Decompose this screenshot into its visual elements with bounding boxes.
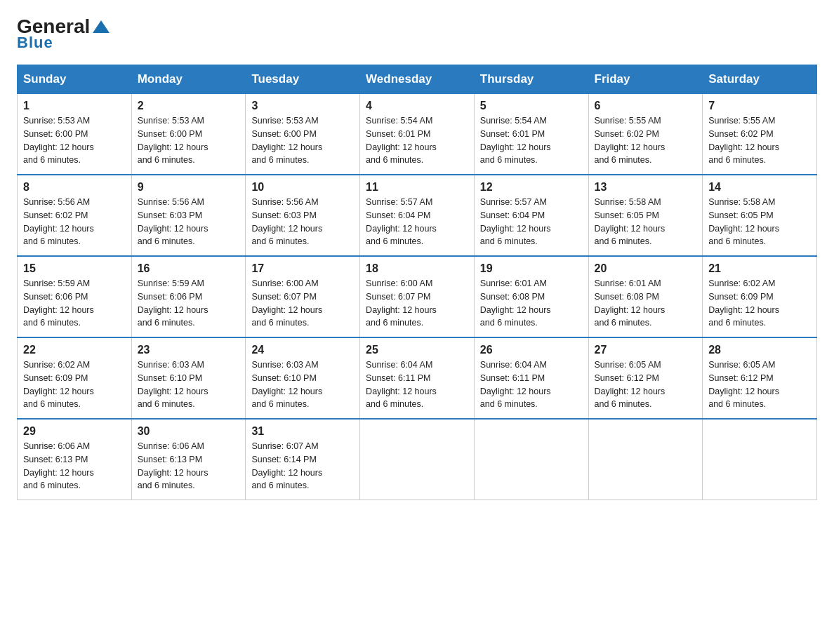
calendar-day-cell: 2 Sunrise: 5:53 AMSunset: 6:00 PMDayligh… xyxy=(131,94,246,175)
day-number: 29 xyxy=(23,425,126,438)
calendar-day-cell: 11 Sunrise: 5:57 AMSunset: 6:04 PMDaylig… xyxy=(360,175,475,256)
calendar-day-cell: 13 Sunrise: 5:58 AMSunset: 6:05 PMDaylig… xyxy=(588,175,703,256)
page-header: General Blue xyxy=(17,17,817,52)
calendar-day-cell: 18 Sunrise: 6:00 AMSunset: 6:07 PMDaylig… xyxy=(360,256,475,337)
day-info: Sunrise: 5:56 AMSunset: 6:03 PMDaylight:… xyxy=(138,196,240,248)
day-number: 10 xyxy=(251,181,354,194)
day-info: Sunrise: 5:55 AMSunset: 6:02 PMDaylight:… xyxy=(595,114,697,167)
calendar-day-cell: 6 Sunrise: 5:55 AMSunset: 6:02 PMDayligh… xyxy=(588,94,703,175)
calendar-day-cell xyxy=(588,419,703,500)
calendar-day-cell: 26 Sunrise: 6:04 AMSunset: 6:11 PMDaylig… xyxy=(474,337,588,419)
day-of-week-header: Thursday xyxy=(474,65,588,94)
calendar-day-cell: 1 Sunrise: 5:53 AMSunset: 6:00 PMDayligh… xyxy=(18,94,132,175)
day-number: 12 xyxy=(480,181,583,194)
day-number: 4 xyxy=(366,100,468,112)
calendar-day-cell: 25 Sunrise: 6:04 AMSunset: 6:11 PMDaylig… xyxy=(360,337,475,419)
calendar-table: SundayMondayTuesdayWednesdayThursdayFrid… xyxy=(17,65,817,500)
calendar-day-cell: 28 Sunrise: 6:05 AMSunset: 6:12 PMDaylig… xyxy=(703,337,817,419)
day-info: Sunrise: 5:57 AMSunset: 6:04 PMDaylight:… xyxy=(480,196,583,248)
day-info: Sunrise: 5:56 AMSunset: 6:03 PMDaylight:… xyxy=(251,196,354,248)
calendar-day-cell: 4 Sunrise: 5:54 AMSunset: 6:01 PMDayligh… xyxy=(360,94,475,175)
day-number: 8 xyxy=(23,181,126,194)
day-number: 5 xyxy=(480,100,583,112)
calendar-day-cell: 5 Sunrise: 5:54 AMSunset: 6:01 PMDayligh… xyxy=(474,94,588,175)
day-number: 27 xyxy=(595,344,697,356)
day-of-week-header: Wednesday xyxy=(360,65,475,94)
calendar-week-row: 8 Sunrise: 5:56 AMSunset: 6:02 PMDayligh… xyxy=(18,175,817,256)
day-info: Sunrise: 6:06 AMSunset: 6:13 PMDaylight:… xyxy=(138,440,240,492)
calendar-day-cell: 8 Sunrise: 5:56 AMSunset: 6:02 PMDayligh… xyxy=(18,175,132,256)
calendar-day-cell: 3 Sunrise: 5:53 AMSunset: 6:00 PMDayligh… xyxy=(246,94,360,175)
calendar-day-cell xyxy=(474,419,588,500)
day-info: Sunrise: 6:04 AMSunset: 6:11 PMDaylight:… xyxy=(366,358,468,411)
day-info: Sunrise: 6:03 AMSunset: 6:10 PMDaylight:… xyxy=(138,358,240,411)
day-info: Sunrise: 5:59 AMSunset: 6:06 PMDaylight:… xyxy=(138,277,240,330)
calendar-header-row: SundayMondayTuesdayWednesdayThursdayFrid… xyxy=(18,65,817,94)
logo-triangle-icon xyxy=(91,19,111,34)
calendar-week-row: 15 Sunrise: 5:59 AMSunset: 6:06 PMDaylig… xyxy=(18,256,817,337)
day-number: 16 xyxy=(138,262,240,275)
day-info: Sunrise: 5:53 AMSunset: 6:00 PMDaylight:… xyxy=(251,114,354,167)
day-info: Sunrise: 6:04 AMSunset: 6:11 PMDaylight:… xyxy=(480,358,583,411)
day-info: Sunrise: 6:03 AMSunset: 6:10 PMDaylight:… xyxy=(251,358,354,411)
calendar-day-cell xyxy=(360,419,475,500)
calendar-day-cell: 20 Sunrise: 6:01 AMSunset: 6:08 PMDaylig… xyxy=(588,256,703,337)
day-of-week-header: Friday xyxy=(588,65,703,94)
day-info: Sunrise: 5:55 AMSunset: 6:02 PMDaylight:… xyxy=(708,114,811,167)
day-info: Sunrise: 5:58 AMSunset: 6:05 PMDaylight:… xyxy=(708,196,811,248)
calendar-week-row: 29 Sunrise: 6:06 AMSunset: 6:13 PMDaylig… xyxy=(18,419,817,500)
day-number: 24 xyxy=(251,344,354,356)
calendar-day-cell: 31 Sunrise: 6:07 AMSunset: 6:14 PMDaylig… xyxy=(246,419,360,500)
calendar-day-cell: 19 Sunrise: 6:01 AMSunset: 6:08 PMDaylig… xyxy=(474,256,588,337)
calendar-day-cell: 21 Sunrise: 6:02 AMSunset: 6:09 PMDaylig… xyxy=(703,256,817,337)
calendar-day-cell xyxy=(703,419,817,500)
calendar-day-cell: 29 Sunrise: 6:06 AMSunset: 6:13 PMDaylig… xyxy=(18,419,132,500)
calendar-day-cell: 9 Sunrise: 5:56 AMSunset: 6:03 PMDayligh… xyxy=(131,175,246,256)
day-number: 9 xyxy=(138,181,240,194)
day-number: 19 xyxy=(480,262,583,275)
day-number: 1 xyxy=(23,100,126,112)
day-number: 25 xyxy=(366,344,468,356)
day-info: Sunrise: 6:00 AMSunset: 6:07 PMDaylight:… xyxy=(366,277,468,330)
day-info: Sunrise: 6:01 AMSunset: 6:08 PMDaylight:… xyxy=(595,277,697,330)
day-info: Sunrise: 5:58 AMSunset: 6:05 PMDaylight:… xyxy=(595,196,697,248)
logo: General Blue xyxy=(17,17,111,52)
day-of-week-header: Tuesday xyxy=(246,65,360,94)
day-number: 18 xyxy=(366,262,468,275)
calendar-week-row: 22 Sunrise: 6:02 AMSunset: 6:09 PMDaylig… xyxy=(18,337,817,419)
calendar-day-cell: 17 Sunrise: 6:00 AMSunset: 6:07 PMDaylig… xyxy=(246,256,360,337)
day-info: Sunrise: 5:54 AMSunset: 6:01 PMDaylight:… xyxy=(366,114,468,167)
day-number: 15 xyxy=(23,262,126,275)
day-number: 3 xyxy=(251,100,354,112)
day-info: Sunrise: 6:01 AMSunset: 6:08 PMDaylight:… xyxy=(480,277,583,330)
calendar-day-cell: 30 Sunrise: 6:06 AMSunset: 6:13 PMDaylig… xyxy=(131,419,246,500)
day-info: Sunrise: 5:53 AMSunset: 6:00 PMDaylight:… xyxy=(138,114,240,167)
day-number: 17 xyxy=(251,262,354,275)
day-number: 14 xyxy=(708,181,811,194)
day-number: 31 xyxy=(251,425,354,438)
calendar-day-cell: 24 Sunrise: 6:03 AMSunset: 6:10 PMDaylig… xyxy=(246,337,360,419)
day-number: 11 xyxy=(366,181,468,194)
day-info: Sunrise: 6:06 AMSunset: 6:13 PMDaylight:… xyxy=(23,440,126,492)
day-info: Sunrise: 5:59 AMSunset: 6:06 PMDaylight:… xyxy=(23,277,126,330)
day-number: 28 xyxy=(708,344,811,356)
day-info: Sunrise: 6:00 AMSunset: 6:07 PMDaylight:… xyxy=(251,277,354,330)
day-number: 7 xyxy=(708,100,811,112)
day-of-week-header: Sunday xyxy=(18,65,132,94)
day-number: 20 xyxy=(595,262,697,275)
calendar-day-cell: 27 Sunrise: 6:05 AMSunset: 6:12 PMDaylig… xyxy=(588,337,703,419)
day-info: Sunrise: 5:54 AMSunset: 6:01 PMDaylight:… xyxy=(480,114,583,167)
day-of-week-header: Monday xyxy=(131,65,246,94)
day-number: 22 xyxy=(23,344,126,356)
svg-marker-0 xyxy=(93,20,110,33)
day-number: 21 xyxy=(708,262,811,275)
calendar-day-cell: 15 Sunrise: 5:59 AMSunset: 6:06 PMDaylig… xyxy=(18,256,132,337)
calendar-day-cell: 7 Sunrise: 5:55 AMSunset: 6:02 PMDayligh… xyxy=(703,94,817,175)
calendar-day-cell: 22 Sunrise: 6:02 AMSunset: 6:09 PMDaylig… xyxy=(18,337,132,419)
calendar-day-cell: 12 Sunrise: 5:57 AMSunset: 6:04 PMDaylig… xyxy=(474,175,588,256)
day-number: 26 xyxy=(480,344,583,356)
calendar-day-cell: 10 Sunrise: 5:56 AMSunset: 6:03 PMDaylig… xyxy=(246,175,360,256)
day-number: 2 xyxy=(138,100,240,112)
day-info: Sunrise: 5:53 AMSunset: 6:00 PMDaylight:… xyxy=(23,114,126,167)
day-of-week-header: Saturday xyxy=(703,65,817,94)
